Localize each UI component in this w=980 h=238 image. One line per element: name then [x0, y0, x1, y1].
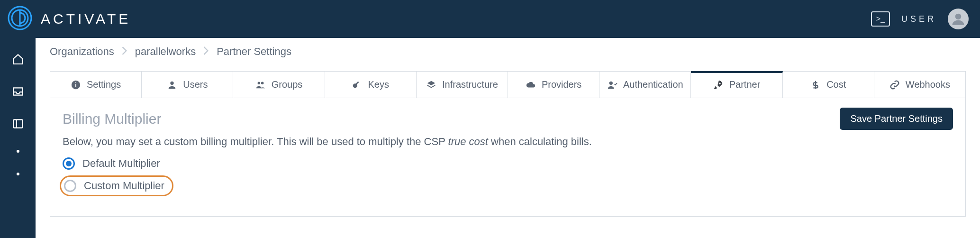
- terminal-button[interactable]: >_: [871, 11, 890, 27]
- panel-icon[interactable]: [12, 118, 24, 130]
- tab-groups[interactable]: Groups: [233, 72, 325, 98]
- tab-label: Groups: [272, 79, 303, 90]
- tab-keys[interactable]: Keys: [325, 72, 417, 98]
- rocket-icon: [713, 80, 724, 90]
- tab-label: Users: [183, 79, 208, 90]
- radio-label: Custom Multiplier: [84, 180, 164, 192]
- tab-label: Authentication: [623, 79, 683, 90]
- tab-partner[interactable]: Partner: [691, 71, 782, 98]
- breadcrumb-item[interactable]: Partner Settings: [217, 46, 291, 58]
- tab-label: Webhooks: [906, 79, 950, 90]
- svg-point-2: [955, 14, 962, 20]
- tab-settings[interactable]: Settings: [50, 72, 142, 98]
- svg-point-10: [261, 82, 264, 84]
- panel-title: Billing Multiplier: [63, 111, 161, 127]
- tab-label: Infrastructure: [442, 79, 498, 90]
- sidebar: [0, 38, 36, 238]
- tab-cost[interactable]: Cost: [783, 72, 874, 98]
- topbar-right: >_ USER: [871, 9, 969, 29]
- auth-icon: [607, 80, 617, 90]
- brand-logo-icon: [8, 6, 32, 32]
- home-icon[interactable]: [12, 53, 24, 65]
- svg-rect-7: [75, 82, 76, 83]
- layers-icon: [426, 80, 436, 90]
- info-icon: [71, 80, 81, 90]
- avatar[interactable]: [948, 9, 969, 29]
- user-label: USER: [901, 14, 936, 24]
- tab-label: Cost: [826, 79, 846, 90]
- panel-description: Below, you may set a custom billing mult…: [63, 136, 953, 148]
- svg-rect-6: [75, 84, 76, 87]
- svg-point-14: [719, 82, 721, 84]
- tab-webhooks[interactable]: Webhooks: [874, 72, 965, 98]
- desc-em: true cost: [448, 136, 488, 147]
- terminal-icon: >_: [876, 15, 885, 23]
- radio-default-multiplier[interactable]: Default Multiplier: [63, 157, 953, 170]
- cloud-icon: [526, 80, 536, 90]
- tab-label: Settings: [87, 79, 121, 90]
- dollar-icon: [810, 80, 821, 90]
- panel-header: Billing Multiplier Save Partner Settings: [63, 108, 953, 130]
- user-icon: [167, 80, 177, 90]
- groups-icon: [255, 80, 266, 90]
- topbar: ACTIVATE >_ USER: [0, 0, 980, 38]
- svg-rect-3: [13, 119, 23, 128]
- user-icon: [951, 12, 965, 26]
- svg-point-8: [171, 81, 174, 84]
- svg-point-9: [257, 82, 260, 84]
- tab-infrastructure[interactable]: Infrastructure: [417, 72, 508, 98]
- partner-panel: Billing Multiplier Save Partner Settings…: [50, 98, 966, 217]
- radio-custom-multiplier[interactable]: Custom Multiplier: [60, 175, 173, 196]
- link-icon: [889, 80, 900, 90]
- desc-text: Below, you may set a custom billing mult…: [63, 136, 448, 147]
- key-icon: [352, 80, 362, 90]
- main: Organizations parallelworks Partner Sett…: [36, 38, 980, 238]
- tab-users[interactable]: Users: [142, 72, 233, 98]
- save-partner-settings-button[interactable]: Save Partner Settings: [840, 108, 953, 130]
- radio-button-icon[interactable]: [63, 157, 75, 170]
- svg-point-13: [609, 81, 613, 84]
- tab-label: Partner: [729, 79, 761, 90]
- inbox-icon[interactable]: [12, 85, 24, 98]
- nav-dot-icon[interactable]: [17, 150, 19, 153]
- tab-label: Keys: [368, 79, 389, 90]
- chevron-right-icon: [122, 46, 127, 58]
- radio-label: Default Multiplier: [82, 157, 160, 170]
- nav-dot-icon[interactable]: [17, 173, 19, 175]
- tab-providers[interactable]: Providers: [508, 72, 599, 98]
- radio-button-icon[interactable]: [64, 180, 76, 192]
- brand: ACTIVATE: [8, 6, 131, 32]
- chevron-right-icon: [203, 46, 209, 58]
- breadcrumb: Organizations parallelworks Partner Sett…: [50, 46, 966, 58]
- breadcrumb-item[interactable]: Organizations: [50, 46, 114, 58]
- brand-name: ACTIVATE: [41, 11, 131, 27]
- tab-authentication[interactable]: Authentication: [599, 72, 691, 98]
- desc-text: when calculating bills.: [488, 136, 592, 147]
- tab-bar: Settings Users Groups Keys Infrastructur…: [50, 71, 966, 98]
- tab-label: Providers: [542, 79, 581, 90]
- breadcrumb-item[interactable]: parallelworks: [135, 46, 196, 58]
